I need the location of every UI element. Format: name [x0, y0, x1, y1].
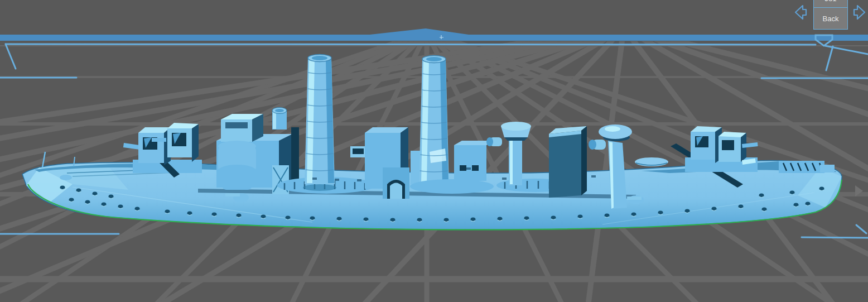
dark-superstructure-block [549, 126, 587, 198]
viewport-3d[interactable] [0, 0, 868, 302]
panel-expand-icon[interactable] [855, 185, 864, 197]
back-button-label: Back [823, 15, 839, 23]
top-clipped-button[interactable]: Jo1 [813, 0, 848, 8]
prev-arrow-icon[interactable] [793, 4, 808, 20]
ship-boat [635, 157, 668, 166]
back-button[interactable]: Back [813, 7, 848, 30]
next-arrow-icon[interactable] [852, 4, 867, 20]
viewer-window: Jo1 Back [0, 0, 868, 302]
top-clipped-button-label: Jo1 [825, 0, 837, 3]
